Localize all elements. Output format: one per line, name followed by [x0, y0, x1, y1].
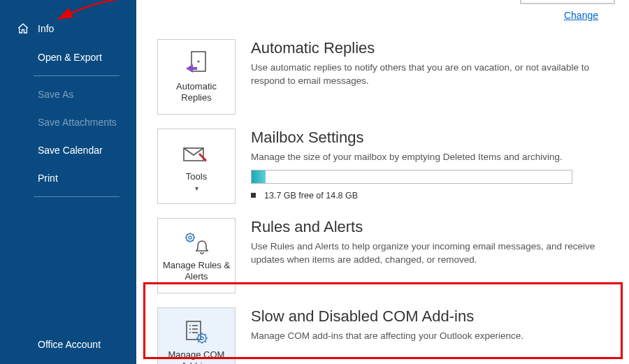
sidebar-item-label: Info [38, 23, 54, 34]
section-desc: Use Rules and Alerts to help organize yo… [251, 240, 608, 267]
main-content: Change Automatic Replies Automatic Repli… [136, 0, 629, 364]
mailbox-free-text: 13.7 GB free of 14.8 GB [264, 191, 358, 201]
tile-label: Manage COM Add-ins [158, 349, 235, 364]
sidebar-item-label: Open & Export [38, 52, 102, 63]
tile-tools[interactable]: Tools ▾ [157, 129, 236, 204]
sidebar-item-label: Save Attachments [38, 117, 117, 128]
square-bullet-icon [251, 193, 256, 198]
section-mailbox-settings: Tools ▾ Mailbox Settings Manage the size… [136, 122, 629, 211]
svg-point-12 [198, 334, 206, 342]
rules-alerts-icon [182, 229, 210, 257]
mailbox-usage-fill [252, 170, 266, 183]
sidebar-item-label: Office Account [38, 339, 101, 350]
svg-point-13 [201, 337, 203, 340]
section-title: Mailbox Settings [251, 129, 608, 147]
backstage-sidebar: Info Open & Export Save As Save Attachme… [0, 0, 136, 364]
tile-com-addins[interactable]: Manage COM Add-ins [157, 307, 236, 364]
change-link[interactable]: Change [564, 10, 598, 21]
section-desc: Manage the size of your mailbox by empty… [251, 151, 608, 164]
section-title: Automatic Replies [251, 39, 608, 57]
sidebar-item-print[interactable]: Print [0, 164, 136, 192]
section-desc: Manage COM add-ins that are affecting yo… [251, 330, 608, 343]
auto-reply-icon [185, 50, 208, 78]
tools-icon [182, 140, 210, 168]
svg-point-4 [189, 236, 191, 239]
section-title: Slow and Disabled COM Add-ins [251, 307, 608, 326]
section-com-addins: Manage COM Add-ins Slow and Disabled COM… [136, 300, 629, 364]
mailbox-free-row: 13.7 GB free of 14.8 GB [251, 191, 608, 201]
tile-rules-alerts[interactable]: Manage Rules & Alerts [157, 218, 236, 293]
section-automatic-replies: Automatic Replies Automatic Replies Use … [136, 0, 629, 122]
sidebar-divider [34, 196, 120, 197]
sidebar-item-open-export[interactable]: Open & Export [0, 43, 136, 71]
tile-label: Manage Rules & Alerts [158, 260, 235, 283]
section-title: Rules and Alerts [251, 218, 608, 236]
tile-label: Tools [182, 171, 211, 182]
sidebar-item-label: Save As [38, 89, 73, 100]
tile-label: Automatic Replies [158, 81, 235, 104]
sidebar-item-label: Save Calendar [38, 145, 103, 156]
sidebar-item-info[interactable]: Info [0, 14, 136, 43]
svg-point-1 [198, 60, 200, 62]
chevron-down-icon: ▾ [195, 184, 198, 192]
tile-automatic-replies[interactable]: Automatic Replies [157, 39, 236, 115]
addins-icon [184, 319, 209, 347]
sidebar-item-label: Print [38, 173, 58, 184]
sidebar-divider [34, 75, 120, 76]
house-icon [17, 22, 29, 35]
mailbox-usage-bar [251, 170, 572, 184]
section-desc: Use automatic replies to notify others t… [251, 61, 608, 88]
sidebar-item-save-calendar[interactable]: Save Calendar [0, 136, 136, 164]
section-rules-alerts: Manage Rules & Alerts Rules and Alerts U… [136, 211, 629, 300]
sidebar-item-office-account[interactable]: Office Account [0, 330, 136, 364]
sidebar-item-save-as: Save As [0, 80, 136, 108]
sidebar-item-save-attachments: Save Attachments [0, 108, 136, 136]
change-box-border [520, 0, 615, 4]
